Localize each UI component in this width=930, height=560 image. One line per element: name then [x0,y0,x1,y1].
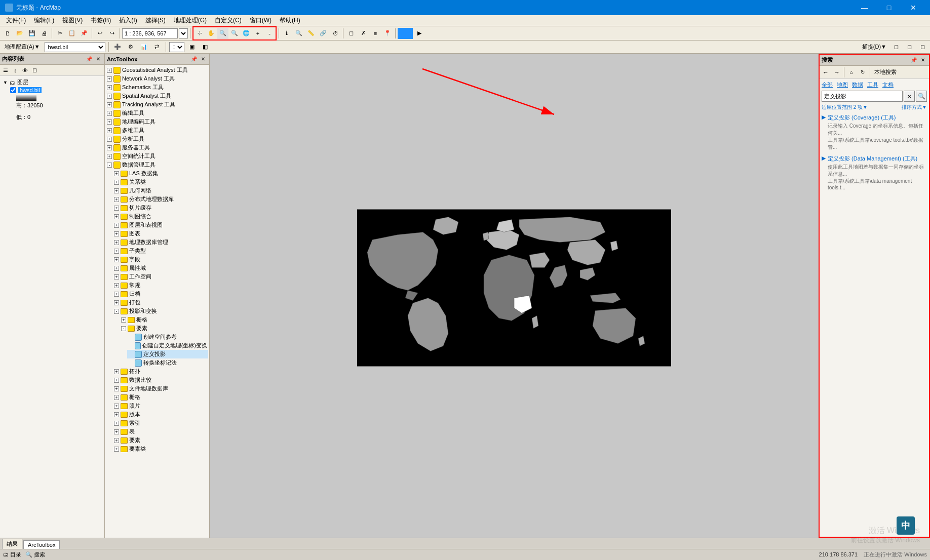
snapping-btn2[interactable]: ◻ [904,42,915,53]
expand-archive[interactable]: + [114,292,119,297]
time-btn[interactable]: ⏱ [330,28,341,39]
expand-generalize[interactable]: + [114,214,119,219]
tree-edit[interactable]: + 编辑工具 [106,109,208,117]
select-by-attr-btn[interactable]: ≡ [370,28,381,39]
find-btn[interactable]: 🔍 [293,28,304,39]
expand-spatialstats[interactable]: + [107,154,112,159]
tree-workspace[interactable]: + 工作空间 [113,272,208,281]
toc-pin-btn[interactable]: 📌 [85,55,93,63]
expand-schematics[interactable]: + [107,85,112,90]
snapping-btn3[interactable]: ◻ [917,42,928,53]
expand-gdb-mgmt[interactable]: + [114,240,119,245]
clear-select-btn[interactable]: ✗ [358,28,369,39]
scale-dropdown[interactable]: ▼ [179,28,188,38]
tree-create-spatial-ref[interactable]: 创建空间参考 [127,333,208,341]
options-dropdown[interactable]: □ [169,42,184,52]
tree-feature2[interactable]: + 要素 [113,436,208,445]
expand-relclass[interactable]: + [114,180,119,185]
tree-archive[interactable]: + 归档 [113,290,208,298]
map-area[interactable] [210,54,819,538]
add-data-btn[interactable]: ➕ [112,42,123,53]
toc-vis-btn[interactable]: 👁 [20,66,29,75]
search-pin-btn[interactable]: 📌 [910,56,918,64]
expand-chart[interactable]: + [114,231,119,236]
expand-tracking[interactable]: + [107,102,112,107]
expand-raster-proj[interactable]: + [121,317,126,323]
zoom-out-btn[interactable]: - [264,28,275,39]
expand-index[interactable]: + [114,421,119,426]
filter-location-btn[interactable]: 适应位置范围 2 项▼ [822,104,868,111]
snapping-btn1[interactable]: ◻ [890,42,902,53]
tree-filegdb[interactable]: + 文件地理数据库 [113,384,208,393]
save-button[interactable]: 💾 [26,28,37,39]
tree-subtype[interactable]: + 子类型 [113,247,208,255]
search-tab-map[interactable]: 地图 [837,81,848,89]
tab-arctoolbox[interactable]: ArcToolbox [23,540,60,549]
expand-geostatistical[interactable]: + [107,68,112,73]
zoom-in-btn[interactable]: + [252,28,263,39]
open-attr-btn[interactable]: 📊 [138,42,149,53]
search-tab-doc[interactable]: 文档 [882,81,894,89]
tree-package[interactable]: + 打包 [113,298,208,307]
expand-geonetwork[interactable]: + [114,188,119,193]
tree-topology[interactable]: + 拓扑 [113,367,208,376]
toolbox-close-btn[interactable]: ✕ [199,55,207,63]
tree-table[interactable]: + 表 [113,427,208,436]
expand-table[interactable]: + [114,429,119,434]
toolbox-pin-btn[interactable]: 📌 [190,55,198,63]
tree-define-proj[interactable]: 定义投影 [127,350,208,358]
expand-featureclass[interactable]: + [114,447,119,452]
maximize-button[interactable]: □ [877,0,901,15]
layer-select[interactable]: hwsd.bil [45,42,105,52]
expand-datacompare[interactable]: + [114,378,119,383]
close-button[interactable]: ✕ [902,0,925,15]
menu-view[interactable]: 视图(V) [58,15,87,26]
toc-sel-btn[interactable]: ◻ [30,66,39,75]
tree-datamgmt[interactable]: - 数据管理工具 [106,161,208,169]
tree-tracking[interactable]: + Tracking Analyst 工具 [106,100,208,109]
toc-close-btn[interactable]: ✕ [94,55,102,63]
zoom-in-tool[interactable]: 🔍 [217,28,228,39]
search-back-btn[interactable]: ← [821,67,831,77]
tree-relclass[interactable]: + 关系类 [113,178,208,186]
measure-btn[interactable]: 📏 [305,28,317,39]
expand-subtype[interactable]: + [114,249,119,254]
tree-chart[interactable]: + 图表 [113,229,208,238]
paste-button[interactable]: 📌 [79,28,90,39]
search-tab-all[interactable]: 全部 [822,81,833,89]
layer-checkbox[interactable] [10,87,16,93]
layer-prop-btn[interactable]: ⚙ [125,42,136,53]
search-tab-tool[interactable]: 工具 [867,81,878,89]
search-tab-data[interactable]: 数据 [852,81,863,89]
expand-raster2[interactable]: + [114,395,119,400]
tree-dist-gdb[interactable]: + 分布式地理数据库 [113,195,208,204]
toc-layers-group[interactable]: ▼ 🗂 图层 [2,78,102,87]
minimize-button[interactable]: — [853,0,876,15]
more-tools-btn[interactable]: ▶ [414,28,425,39]
tree-raster2[interactable]: + 栅格 [113,393,208,402]
tree-photo[interactable]: + 照片 [113,402,208,410]
expand-server[interactable]: + [107,145,112,150]
tree-version[interactable]: + 版本 [113,410,208,419]
open-button[interactable]: 📂 [14,28,25,39]
expand-version[interactable]: + [114,412,119,417]
expand-las[interactable]: + [114,171,119,176]
full-extent-btn[interactable]: 🌐 [241,28,252,39]
tree-projections[interactable]: - 投影和变换 [113,307,208,315]
pan-tool[interactable]: ✋ [206,28,217,39]
select-by-loc-btn[interactable]: 📍 [382,28,393,39]
print-button[interactable]: 🖨 [38,28,50,39]
expand-field[interactable]: + [114,257,119,262]
status-tab-search[interactable]: 🔍 搜索 [25,551,45,558]
status-tab-catalog[interactable]: 🗂 目录 [3,551,21,558]
expand-layertable[interactable]: + [114,223,119,228]
identify-btn[interactable]: ℹ [281,28,292,39]
tree-spatialstats[interactable]: + 空间统计工具 [106,152,208,161]
tree-generalize[interactable]: + 制图综合 [113,212,208,221]
expand-filegdb[interactable]: + [114,386,119,391]
menu-edit[interactable]: 编辑(E) [30,15,58,26]
tree-domain[interactable]: + 属性域 [113,264,208,272]
tree-spatial[interactable]: + Spatial Analyst 工具 [106,92,208,100]
tree-schematics[interactable]: + Schematics 工具 [106,83,208,92]
menu-file[interactable]: 文件(F) [2,15,30,26]
